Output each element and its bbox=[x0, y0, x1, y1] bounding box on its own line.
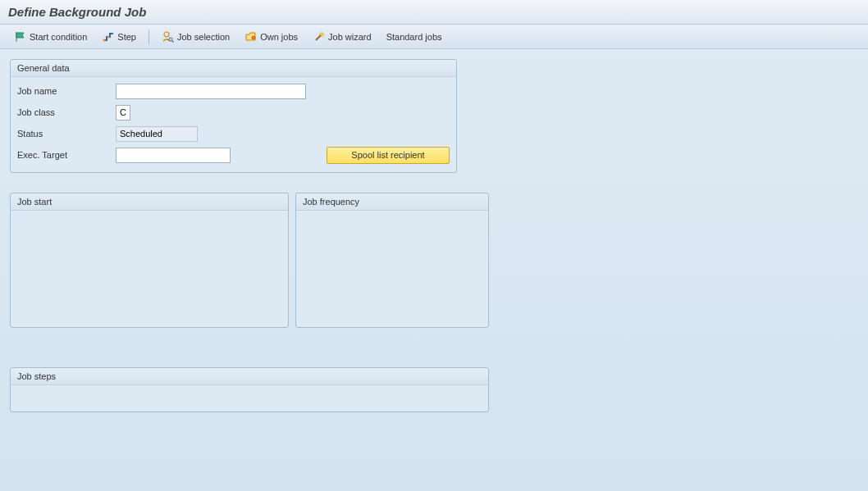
start-condition-label: Start condition bbox=[30, 32, 87, 42]
status-row: Status bbox=[17, 125, 450, 143]
status-field bbox=[116, 126, 198, 142]
job-start-body bbox=[11, 211, 288, 220]
start-condition-button[interactable]: Start condition bbox=[8, 28, 93, 46]
flag-icon bbox=[14, 30, 27, 43]
job-wizard-label: Job wizard bbox=[328, 32, 372, 42]
spool-list-recipient-button[interactable]: Spool list recipient bbox=[327, 147, 450, 164]
job-selection-label: Job selection bbox=[177, 32, 230, 42]
toolbar: Start condition Step Job selection Own j… bbox=[0, 25, 868, 49]
svg-point-2 bbox=[164, 32, 169, 37]
standard-jobs-label: Standard jobs bbox=[386, 32, 442, 42]
wizard-icon bbox=[313, 30, 326, 43]
job-name-label: Job name bbox=[17, 86, 116, 96]
exec-target-input[interactable] bbox=[116, 148, 231, 163]
job-wizard-button[interactable]: Job wizard bbox=[307, 28, 377, 46]
user-search-icon bbox=[162, 30, 175, 43]
job-start-title: Job start bbox=[11, 193, 288, 211]
svg-point-0 bbox=[103, 39, 106, 41]
job-frequency-title: Job frequency bbox=[296, 193, 488, 211]
job-class-row: Job class bbox=[17, 103, 450, 121]
step-label: Step bbox=[117, 32, 136, 42]
job-class-label: Job class bbox=[17, 107, 116, 117]
job-selection-button[interactable]: Job selection bbox=[156, 28, 235, 46]
svg-point-1 bbox=[107, 35, 110, 38]
job-steps-body bbox=[11, 385, 488, 395]
job-name-row: Job name bbox=[17, 82, 450, 100]
job-start-groupbox: Job start bbox=[10, 193, 289, 328]
own-jobs-label: Own jobs bbox=[260, 32, 298, 42]
job-class-input[interactable] bbox=[116, 105, 130, 120]
job-steps-groupbox: Job steps bbox=[10, 367, 489, 412]
job-frequency-groupbox: Job frequency bbox=[295, 193, 489, 328]
exec-target-row: Exec. Target Spool list recipient bbox=[17, 146, 450, 164]
title-bar: Define Background Job bbox=[0, 0, 868, 25]
standard-jobs-button[interactable]: Standard jobs bbox=[381, 28, 448, 46]
general-data-title: General data bbox=[11, 60, 456, 77]
toolbar-separator bbox=[148, 30, 149, 44]
general-data-body: Job name Job class Status Exec. Target S… bbox=[11, 77, 456, 172]
folder-user-icon bbox=[244, 30, 258, 43]
page-title: Define Background Job bbox=[8, 5, 146, 19]
job-name-input[interactable] bbox=[116, 84, 306, 99]
svg-point-5 bbox=[252, 36, 255, 39]
status-label: Status bbox=[17, 129, 116, 139]
own-jobs-button[interactable]: Own jobs bbox=[239, 28, 304, 46]
content-area: General data Job name Job class Status E… bbox=[0, 49, 868, 442]
job-frequency-body bbox=[296, 211, 488, 220]
step-button[interactable]: Step bbox=[96, 28, 142, 46]
step-icon bbox=[102, 30, 115, 43]
job-steps-title: Job steps bbox=[11, 368, 488, 385]
svg-point-3 bbox=[169, 38, 172, 41]
general-data-groupbox: General data Job name Job class Status E… bbox=[10, 59, 457, 173]
job-timing-row: Job start Job frequency bbox=[10, 193, 858, 348]
exec-target-label: Exec. Target bbox=[17, 150, 116, 160]
svg-line-4 bbox=[172, 41, 174, 43]
